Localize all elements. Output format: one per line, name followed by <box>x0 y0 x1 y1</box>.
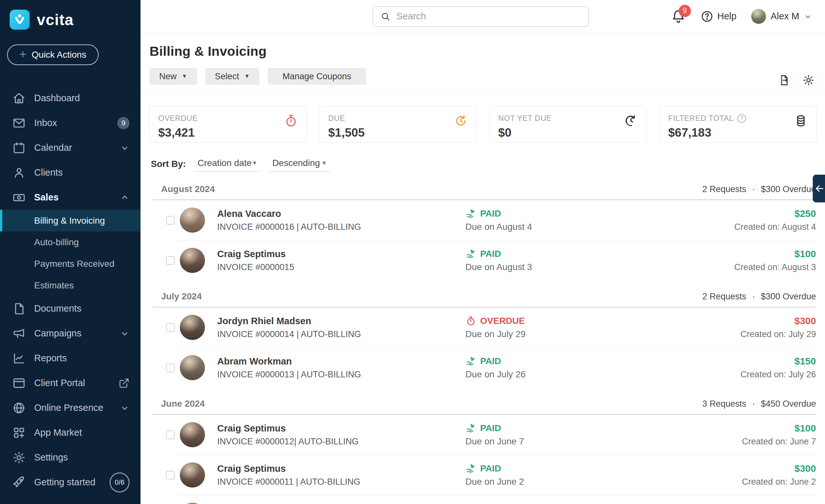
row-checkbox[interactable] <box>166 323 175 332</box>
head-buttons: New▼ Select▼ Manage Coupons <box>150 68 816 94</box>
new-button[interactable]: New▼ <box>150 68 197 85</box>
sidebar-item-label: Sales <box>34 192 120 203</box>
sidebar-item-client-portal[interactable]: Client Portal <box>0 371 141 395</box>
row-checkbox[interactable] <box>166 431 175 439</box>
sidebar-item-label: Clients <box>34 167 130 178</box>
plus-icon: + <box>19 48 26 60</box>
select-button[interactable]: Select▼ <box>205 68 259 85</box>
status-label: PAID <box>480 463 501 474</box>
row-checkbox[interactable] <box>166 256 175 265</box>
row-checkbox[interactable] <box>166 363 175 372</box>
sidebar-item-getting-started[interactable]: Getting started 0/6 <box>0 470 141 495</box>
user-menu[interactable]: Alex M <box>751 9 812 24</box>
due-date: Due on June 2 <box>465 477 524 487</box>
client-name[interactable]: Alena Vaccaro <box>217 209 361 219</box>
caret-down-icon: ▼ <box>182 73 187 80</box>
sidebar: vcita + Quick Actions Dashboard Inbox 9 … <box>0 0 141 504</box>
quick-actions-button[interactable]: + Quick Actions <box>7 45 99 65</box>
sidebar-item-reports[interactable]: Reports <box>0 346 141 371</box>
amount-block: $300 Created on: June 2 <box>742 463 816 487</box>
sidebar-item-estimates[interactable]: Estimates <box>0 275 141 296</box>
page-head: Billing & Invoicing New▼ Select▼ Manage … <box>141 33 825 94</box>
invoice-row: Jordyn Rhiel Madsen INVOICE #0000014 | A… <box>161 307 816 347</box>
help-circle-icon[interactable]: ? <box>737 114 746 123</box>
client-name[interactable]: Abram Workman <box>217 356 361 367</box>
hand-coins-icon <box>465 423 476 434</box>
client-name[interactable]: Craig Septimus <box>217 423 359 434</box>
card-label: OVERDUE <box>158 114 198 123</box>
chevron-down-icon <box>120 329 130 338</box>
client-block: Craig Septimus INVOICE #0000012| AUTO-BI… <box>217 423 359 447</box>
sidebar-item-clients[interactable]: Clients <box>0 160 141 185</box>
search-box[interactable] <box>373 6 589 27</box>
amount-block: $150 Created on: July 26 <box>741 356 816 380</box>
hand-coins-icon <box>465 248 476 260</box>
group-requests-count: 3 Requests <box>702 399 746 409</box>
sidebar-item-label: Calendar <box>34 142 120 153</box>
avatar <box>180 355 205 380</box>
invoice-group: July 2024 2 Requests · $300 Overdue Jord… <box>161 291 816 388</box>
chevron-down-icon <box>120 403 130 413</box>
sidebar-item-calendar[interactable]: Calendar <box>0 135 141 160</box>
avatar <box>180 248 205 273</box>
status-block: PAID Due on July 26 <box>465 356 526 380</box>
sidebar-item-online-presence[interactable]: Online Presence <box>0 395 141 420</box>
calendar-icon <box>12 141 26 155</box>
card-value: $3,421 <box>158 126 298 140</box>
due-date: Due on July 29 <box>465 329 526 339</box>
hand-coins-icon <box>465 208 476 219</box>
created-date: Created on: August 4 <box>734 222 816 232</box>
status-block: PAID Due on August 3 <box>465 248 532 272</box>
sidebar-item-inbox[interactable]: Inbox 9 <box>0 111 141 135</box>
amount-block: $300 Created on: July 29 <box>741 315 816 339</box>
document-icon <box>12 302 26 315</box>
megaphone-icon <box>12 327 26 340</box>
sidebar-item-dashboard[interactable]: Dashboard <box>0 86 141 111</box>
invoice-group: June 2024 3 Requests · $450 Overdue Crai… <box>161 399 816 504</box>
card-label: FILTERED TOTAL <box>668 114 734 123</box>
invoice-number: INVOICE #0000013 | AUTO-BILLING <box>217 370 361 380</box>
arrow-left-icon <box>815 184 824 193</box>
client-name[interactable]: Craig Septimus <box>217 249 294 260</box>
export-button[interactable] <box>773 70 795 91</box>
brand-logo[interactable]: vcita <box>0 0 141 30</box>
sidebar-item-payments-received[interactable]: Payments Received <box>0 253 141 275</box>
card-label: DUE <box>328 114 345 123</box>
manage-coupons-button[interactable]: Manage Coupons <box>268 68 366 85</box>
card-not-yet-due: NOT YET DUE $0 <box>490 106 647 142</box>
sidebar-item-documents[interactable]: Documents <box>0 296 141 321</box>
card-value: $67,183 <box>668 126 808 140</box>
amount: $100 <box>734 248 816 260</box>
status-label: PAID <box>480 249 501 259</box>
row-checkbox[interactable] <box>166 471 175 480</box>
sort-direction-dropdown[interactable]: Descending ▼ <box>269 158 330 172</box>
sidebar-item-app-market[interactable]: App Market <box>0 420 141 445</box>
status-icon <box>465 208 476 219</box>
list-settings-button[interactable] <box>798 70 819 91</box>
sort-field-dropdown[interactable]: Creation date ▼ <box>194 158 261 172</box>
amount-block: $100 Created on: August 3 <box>734 248 816 272</box>
notifications-button[interactable]: 9 <box>671 9 686 24</box>
clock-pending-icon <box>624 114 638 128</box>
sidebar-item-campaigns[interactable]: Campaigns <box>0 321 141 346</box>
gear-icon <box>803 74 815 86</box>
sidebar-item-billing-invoicing[interactable]: Billing & Invoicing <box>0 210 141 231</box>
window-icon <box>12 376 26 390</box>
external-link-icon <box>119 378 130 389</box>
sort-row: Sort By: Creation date ▼ Descending ▼ <box>141 142 825 172</box>
help-button[interactable]: Help <box>700 10 737 23</box>
sidebar-item-settings[interactable]: Settings <box>0 445 141 470</box>
client-name[interactable]: Craig Septimus <box>217 463 360 474</box>
client-name[interactable]: Jordyn Rhiel Madsen <box>217 316 361 327</box>
group-requests-count: 2 Requests <box>702 184 746 194</box>
caret-down-icon: ▼ <box>244 73 250 80</box>
row-checkbox[interactable] <box>166 216 175 225</box>
sidebar-item-auto-billing[interactable]: Auto-billing <box>0 231 141 253</box>
main-area: 9 Help Alex M Billing & Invoicing New▼ S… <box>141 0 825 504</box>
invoice-number: INVOICE #0000014 | AUTO-BILLING <box>217 329 361 339</box>
search-input[interactable] <box>396 11 581 21</box>
sidebar-item-sales[interactable]: Sales <box>0 185 141 210</box>
topbar-right: 9 Help Alex M <box>671 0 812 32</box>
avatar <box>180 503 205 504</box>
collapse-panel-tab[interactable] <box>813 175 825 202</box>
